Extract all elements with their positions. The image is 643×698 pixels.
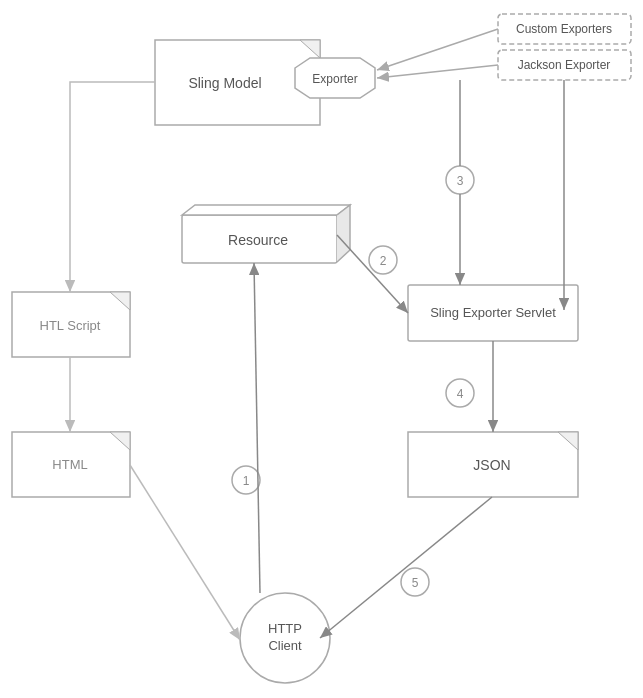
step4-label: 4 <box>457 387 464 401</box>
arrow-json-to-http <box>320 497 492 638</box>
step2-label: 2 <box>380 254 387 268</box>
html-label: HTML <box>52 457 87 472</box>
sling-model-label: Sling Model <box>188 75 261 91</box>
arrow-html-to-http <box>130 465 240 640</box>
step3-label: 3 <box>457 174 464 188</box>
arrow-jackson-to-exporter <box>377 65 498 78</box>
custom-exporters-label: Custom Exporters <box>516 22 612 36</box>
json-label: JSON <box>473 457 510 473</box>
step5-label: 5 <box>412 576 419 590</box>
htl-script-label: HTL Script <box>40 318 101 333</box>
step1-label: 1 <box>243 474 250 488</box>
exporter-label: Exporter <box>312 72 357 86</box>
http-client-label: HTTP <box>268 621 302 636</box>
arrow-sling-to-htl <box>70 82 155 292</box>
diagram: Custom Exporters Jackson Exporter Sling … <box>0 0 643 698</box>
arrow-http-to-resource <box>254 263 260 593</box>
jackson-exporter-label: Jackson Exporter <box>518 58 611 72</box>
sling-exporter-servlet-label: Sling Exporter Servlet <box>430 305 556 320</box>
resource-label: Resource <box>228 232 288 248</box>
http-client-label2: Client <box>268 638 302 653</box>
arrow-custom-to-exporter <box>377 29 498 70</box>
arrow-resource-to-servlet <box>337 235 408 313</box>
